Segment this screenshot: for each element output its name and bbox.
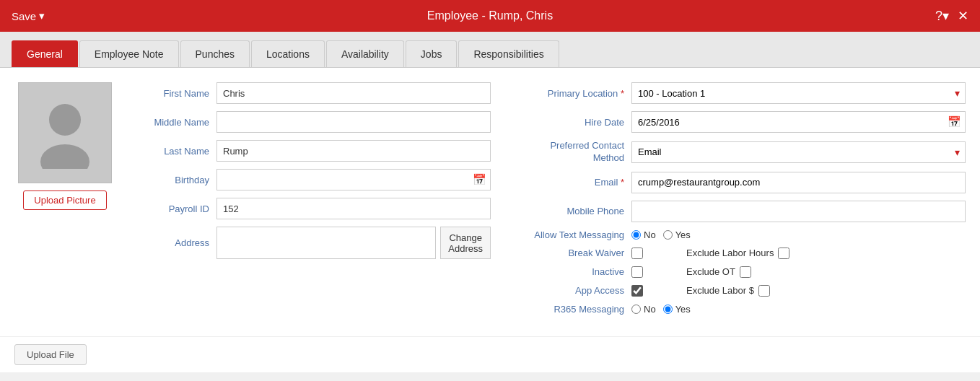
tab-jobs[interactable]: Jobs [406, 40, 458, 67]
exclude-ot-checkbox[interactable] [740, 266, 751, 278]
mobile-phone-label: Mobile Phone [505, 206, 631, 216]
exclude-labor-dollar-checkbox[interactable] [758, 285, 770, 297]
payroll-id-input[interactable] [216, 198, 491, 219]
r365-messaging-row: R365 Messaging No Yes [505, 304, 966, 315]
r365-yes-radio[interactable] [663, 305, 673, 314]
email-row: Email [505, 172, 966, 193]
birthday-label: Birthday [130, 175, 216, 185]
tab-general[interactable]: General [12, 40, 78, 67]
allow-text-row: Allow Text Messaging No Yes [505, 229, 966, 240]
hire-date-input[interactable] [631, 111, 966, 133]
hire-date-row: Hire Date 📅 [505, 111, 966, 133]
first-name-row: First Name [130, 82, 491, 104]
employee-form: First Name Middle Name Last Name Birthda… [130, 82, 491, 322]
birthday-calendar-icon[interactable]: 📅 [473, 173, 486, 186]
hire-date-wrapper: 📅 [631, 111, 966, 133]
payroll-id-row: Payroll ID [130, 198, 491, 219]
email-label: Email [505, 177, 631, 188]
first-name-label: First Name [130, 88, 216, 99]
last-name-input[interactable] [216, 140, 491, 162]
change-address-button[interactable]: ChangeAddress [440, 227, 491, 259]
tab-availability[interactable]: Availability [326, 40, 404, 67]
primary-location-row: Primary Location 100 - Location 1 ▾ [505, 82, 966, 104]
r365-no-label: No [631, 304, 656, 315]
allow-text-yes-text: Yes [675, 229, 691, 240]
address-field-group: ChangeAddress [216, 227, 491, 259]
save-button[interactable]: Save ▾ [12, 9, 45, 22]
tabs-bar: General Employee Note Punches Locations … [0, 32, 980, 68]
bottom-bar: Upload File [0, 336, 980, 372]
exclude-ot-label: Exclude OT [686, 266, 735, 277]
close-icon: ✕ [958, 9, 968, 23]
preferred-contact-row: Preferred ContactMethod Email ▾ [505, 140, 966, 165]
r365-yes-text: Yes [675, 304, 691, 315]
tab-employee-note[interactable]: Employee Note [79, 40, 179, 67]
app-access-checkbox[interactable] [631, 285, 643, 297]
inactive-label: Inactive [505, 266, 631, 277]
payroll-id-label: Payroll ID [130, 203, 216, 214]
avatar-column: Upload Picture [14, 82, 115, 322]
allow-text-yes-label: Yes [663, 229, 691, 240]
r365-yes-label: Yes [663, 304, 691, 315]
allow-text-label: Allow Text Messaging [505, 229, 631, 240]
r365-radio-group: No Yes [631, 304, 691, 315]
address-row: Address ChangeAddress [130, 227, 491, 259]
save-label: Save [12, 10, 36, 22]
mobile-phone-input[interactable] [631, 201, 966, 222]
main-content: Upload Picture First Name Middle Name La… [0, 68, 980, 336]
tab-punches[interactable]: Punches [180, 40, 250, 67]
break-waiver-checkbox[interactable] [631, 248, 643, 259]
save-dropdown-arrow: ▾ [39, 9, 45, 22]
birthday-input[interactable] [216, 169, 491, 190]
exclude-labor-hours-checkbox[interactable] [778, 248, 789, 259]
r365-no-radio[interactable] [631, 305, 641, 314]
allow-text-no-radio[interactable] [631, 230, 641, 240]
upload-file-button[interactable]: Upload File [14, 344, 87, 365]
middle-name-label: Middle Name [130, 117, 216, 128]
birthday-field-wrapper: 📅 [216, 169, 491, 190]
r365-messaging-label: R365 Messaging [505, 304, 631, 315]
preferred-contact-select[interactable]: Email [631, 141, 966, 163]
primary-location-select[interactable]: 100 - Location 1 [631, 82, 966, 104]
app-access-label: App Access [505, 285, 631, 296]
svg-point-1 [40, 144, 89, 169]
email-input[interactable] [631, 172, 966, 193]
primary-location-label: Primary Location [505, 88, 631, 99]
break-waiver-row: Break Waiver Exclude Labor Hours [505, 248, 966, 259]
allow-text-radio-group: No Yes [631, 229, 691, 240]
first-name-input[interactable] [216, 82, 491, 104]
help-button[interactable]: ?▾ [935, 8, 949, 24]
middle-name-input[interactable] [216, 111, 491, 133]
avatar [18, 82, 112, 183]
exclude-labor-dollar-label: Exclude Labor $ [686, 285, 754, 296]
birthday-row: Birthday 📅 [130, 169, 491, 190]
last-name-label: Last Name [130, 146, 216, 157]
allow-text-yes-radio[interactable] [663, 230, 673, 240]
avatar-silhouette [36, 97, 94, 169]
r365-no-text: No [644, 304, 656, 315]
hire-date-calendar-icon[interactable]: 📅 [948, 115, 961, 128]
preferred-contact-select-wrapper: Email ▾ [631, 141, 966, 163]
last-name-row: Last Name [130, 140, 491, 162]
break-waiver-label: Break Waiver [505, 248, 631, 258]
address-label: Address [130, 237, 216, 248]
app-access-row: App Access Exclude Labor $ [505, 285, 966, 297]
close-button[interactable]: ✕ [958, 8, 968, 24]
mobile-phone-row: Mobile Phone [505, 201, 966, 222]
upload-picture-button[interactable]: Upload Picture [23, 190, 106, 210]
middle-name-row: Middle Name [130, 111, 491, 133]
tab-locations[interactable]: Locations [251, 40, 325, 67]
top-bar-right: ?▾ ✕ [935, 8, 968, 24]
inactive-row: Inactive Exclude OT [505, 266, 966, 278]
preferred-contact-label: Preferred ContactMethod [505, 140, 631, 165]
top-bar-left: Save ▾ [12, 9, 45, 22]
page-title: Employee - Rump, Chris [427, 9, 553, 22]
tab-responsibilities[interactable]: Responsibilities [458, 40, 559, 67]
primary-location-select-wrapper: 100 - Location 1 ▾ [631, 82, 966, 104]
hire-date-label: Hire Date [505, 117, 631, 128]
top-bar: Save ▾ Employee - Rump, Chris ?▾ ✕ [0, 0, 980, 32]
address-input[interactable] [216, 227, 436, 259]
allow-text-no-label: No [631, 229, 656, 240]
allow-text-no-text: No [644, 229, 656, 240]
inactive-checkbox[interactable] [631, 266, 643, 278]
